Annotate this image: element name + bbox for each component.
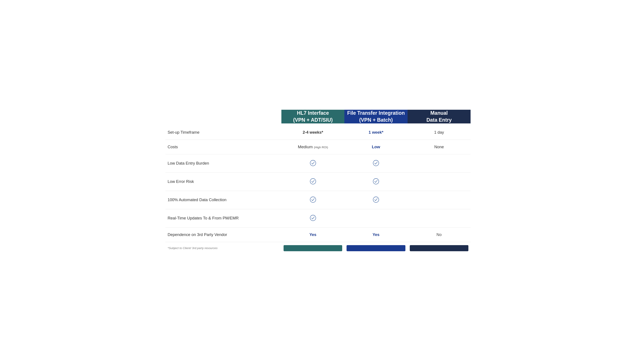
high-roi-label: (High ROI) bbox=[314, 146, 328, 149]
file-cell-costs: Low bbox=[344, 140, 407, 154]
file-cell-vendor: Yes bbox=[344, 228, 407, 242]
file-header-line1: File Transfer Integration bbox=[347, 110, 405, 116]
manual-cell-vendor: No bbox=[407, 228, 471, 242]
manual-header-line1: Manual bbox=[430, 110, 448, 116]
svg-point-1 bbox=[373, 160, 379, 166]
footer-row: *Subject to Client/ 3rd party resources bbox=[165, 242, 471, 254]
hl7-column-header: HL7 Interface (VPN + ADT/SIU) bbox=[281, 110, 344, 124]
table-row: Low Error Risk bbox=[165, 173, 471, 191]
file-vendor-value: Yes bbox=[372, 232, 379, 237]
row-label-data-entry: Low Data Entry Burden bbox=[165, 154, 281, 173]
row-label-vendor: Dependence on 3rd Party Vendor bbox=[165, 228, 281, 242]
footer-bar-hl7 bbox=[281, 242, 344, 254]
hl7-cell-costs: Medium (High ROI) bbox=[281, 140, 344, 154]
empty-header bbox=[165, 110, 281, 124]
table-row: Costs Medium (High ROI) Low None bbox=[165, 140, 471, 154]
hl7-cell-setup: 2-4 weeks* bbox=[281, 124, 344, 140]
manual-vendor-value: No bbox=[437, 232, 442, 237]
table-row: Set-up Timeframe 2-4 weeks* 1 week* 1 da… bbox=[165, 124, 471, 140]
hl7-vendor-value: Yes bbox=[310, 232, 316, 237]
file-cell-automated bbox=[344, 191, 407, 209]
hl7-header-line2: (VPN + ADT/SIU) bbox=[293, 117, 333, 123]
manual-cell-error-risk bbox=[407, 173, 471, 191]
hl7-cell-error-risk bbox=[281, 173, 344, 191]
check-icon bbox=[309, 214, 317, 222]
check-icon bbox=[309, 178, 317, 185]
comparison-table: HL7 Interface (VPN + ADT/SIU) File Trans… bbox=[165, 110, 471, 254]
footer-bar-file bbox=[344, 242, 407, 254]
check-icon bbox=[372, 178, 380, 185]
file-costs-value: Low bbox=[372, 144, 380, 149]
svg-point-6 bbox=[310, 215, 316, 221]
svg-point-2 bbox=[310, 178, 316, 184]
check-icon bbox=[372, 196, 380, 204]
row-label-automated: 100% Automated Data Collection bbox=[165, 191, 281, 209]
svg-point-0 bbox=[310, 160, 316, 166]
hl7-header-line1: HL7 Interface bbox=[297, 110, 329, 116]
file-cell-setup: 1 week* bbox=[344, 124, 407, 140]
row-label-costs: Costs bbox=[165, 140, 281, 154]
row-label-error-risk: Low Error Risk bbox=[165, 173, 281, 191]
manual-cell-data-entry bbox=[407, 154, 471, 173]
table-row: Dependence on 3rd Party Vendor Yes Yes N… bbox=[165, 228, 471, 242]
hl7-cell-automated bbox=[281, 191, 344, 209]
table-row: 100% Automated Data Collection bbox=[165, 191, 471, 209]
manual-cell-setup: 1 day bbox=[407, 124, 471, 140]
row-label-setup: Set-up Timeframe bbox=[165, 124, 281, 140]
table-row: Low Data Entry Burden bbox=[165, 154, 471, 173]
check-icon bbox=[372, 159, 380, 167]
footer-note: *Subject to Client/ 3rd party resources bbox=[165, 242, 281, 254]
manual-cell-costs: None bbox=[407, 140, 471, 154]
manual-cell-automated bbox=[407, 191, 471, 209]
hl7-cell-vendor: Yes bbox=[281, 228, 344, 242]
file-column-header: File Transfer Integration (VPN + Batch) bbox=[344, 110, 407, 124]
file-header-line2: (VPN + Batch) bbox=[359, 117, 393, 123]
file-cell-data-entry bbox=[344, 154, 407, 173]
hl7-costs-value: Medium (High ROI) bbox=[298, 144, 328, 149]
hl7-cell-value: 2-4 weeks* bbox=[303, 130, 323, 134]
file-cell-realtime bbox=[344, 209, 407, 228]
hl7-cell-data-entry bbox=[281, 154, 344, 173]
row-label-realtime: Real-Time Updates To & From PM/EMR bbox=[165, 209, 281, 228]
hl7-cell-realtime bbox=[281, 209, 344, 228]
file-cell-value: 1 week* bbox=[369, 130, 383, 134]
footer-bar-manual bbox=[407, 242, 471, 254]
svg-point-5 bbox=[373, 197, 379, 202]
manual-cell-value: 1 day bbox=[434, 130, 444, 134]
manual-column-header: Manual Data Entry bbox=[407, 110, 471, 124]
manual-cell-realtime bbox=[407, 209, 471, 228]
check-icon bbox=[309, 159, 317, 167]
check-icon bbox=[309, 196, 317, 204]
manual-header-line2: Data Entry bbox=[426, 117, 452, 123]
svg-point-3 bbox=[373, 178, 379, 184]
manual-costs-value: None bbox=[434, 144, 444, 149]
svg-point-4 bbox=[310, 197, 316, 202]
table-row: Real-Time Updates To & From PM/EMR bbox=[165, 209, 471, 228]
file-cell-error-risk bbox=[344, 173, 407, 191]
